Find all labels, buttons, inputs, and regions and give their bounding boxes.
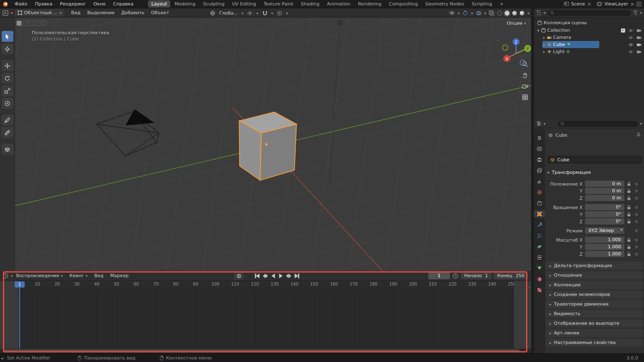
constraints-tab[interactable]	[534, 254, 545, 261]
object-visibility-icon[interactable]	[449, 11, 455, 15]
select-box-tool[interactable]	[2, 31, 13, 42]
cube-object[interactable]	[239, 112, 296, 180]
render-visibility-icon[interactable]	[636, 36, 641, 39]
select-mode-intersect[interactable]	[41, 20, 47, 26]
filter-funnel-icon[interactable]	[633, 10, 638, 15]
menu-object[interactable]: Объект	[148, 10, 172, 15]
tab-geometry-nodes[interactable]: Geometry Nodes	[422, 0, 468, 8]
rotation-z-input[interactable]: 0°	[585, 218, 624, 224]
tab-texture-paint[interactable]: Texture Paint	[260, 0, 296, 8]
world-tab[interactable]	[534, 189, 545, 196]
playback-menu[interactable]: Воспроизведение	[13, 273, 66, 278]
select-mode-set[interactable]	[16, 20, 22, 26]
section-motion-paths[interactable]: Траектории движения	[546, 300, 643, 308]
keying-menu[interactable]: Кеинг	[66, 273, 91, 278]
visibility-chevron-icon[interactable]	[458, 10, 460, 16]
mode-dropdown[interactable]: Объектный ...	[15, 9, 65, 16]
transform-tool[interactable]	[2, 98, 13, 109]
auto-keying-button[interactable]	[234, 273, 243, 280]
collection-properties-tab[interactable]	[534, 199, 545, 206]
playhead-frame-chip[interactable]: 1	[15, 281, 25, 288]
tab-scripting[interactable]: Scripting	[468, 0, 496, 8]
menu-edit[interactable]: Правка	[31, 1, 56, 7]
measure-tool[interactable]	[2, 127, 13, 138]
scale-x-input[interactable]: 1.000	[585, 237, 624, 243]
scene-browse-icon[interactable]	[564, 2, 569, 6]
breadcrumb-object-name[interactable]: Cube	[555, 133, 567, 138]
tab-compositing[interactable]: Compositing	[386, 0, 421, 8]
overlays-chevron-icon[interactable]	[484, 10, 486, 16]
outliner-options-chevron-icon[interactable]	[640, 10, 642, 15]
marker-menu[interactable]: Маркер	[107, 273, 132, 278]
clock-icon[interactable]	[452, 273, 458, 279]
jump-to-end-button[interactable]	[294, 273, 300, 279]
menu-help[interactable]: Справка	[110, 1, 137, 7]
location-z-input[interactable]: 0 m	[585, 195, 624, 201]
outliner-editor-type-icon[interactable]	[536, 10, 542, 15]
lock-icon[interactable]	[627, 219, 631, 224]
shading-chevron-icon[interactable]	[527, 10, 529, 16]
orientation-label[interactable]: Глоба...	[219, 10, 238, 16]
ortho-toggle-control[interactable]	[520, 92, 529, 102]
lock-icon[interactable]	[627, 181, 631, 186]
tab-layout[interactable]: Layout	[148, 0, 170, 8]
outliner-editor-chevron-icon[interactable]	[544, 10, 546, 15]
view-layer-tab[interactable]	[534, 167, 545, 174]
orientation-chevron-icon[interactable]	[241, 10, 243, 16]
lock-icon[interactable]	[627, 212, 631, 217]
section-relations[interactable]: Отношения	[546, 271, 643, 279]
playhead[interactable]	[19, 282, 20, 349]
properties-editor-chevron-icon[interactable]	[544, 121, 546, 126]
play-button[interactable]	[278, 273, 284, 279]
animate-toggle[interactable]	[635, 253, 638, 255]
render-visibility-icon[interactable]	[636, 50, 641, 54]
tab-modeling[interactable]: Modeling	[171, 0, 199, 8]
expand-arrow-icon[interactable]	[543, 49, 545, 54]
section-delta-transform[interactable]: Дельта-трансформация	[546, 262, 643, 270]
timeline-editor-type-icon[interactable]	[0, 273, 11, 279]
render-tab[interactable]	[534, 145, 545, 152]
gizmos-icon[interactable]	[463, 10, 468, 16]
rotation-mode-dropdown[interactable]: XYZ Эйлер	[585, 227, 624, 234]
render-visibility-icon[interactable]	[636, 28, 641, 32]
animate-toggle[interactable]	[635, 220, 638, 223]
camera-object[interactable]	[97, 109, 159, 156]
animate-toggle[interactable]	[635, 213, 638, 216]
object-tab[interactable]	[534, 210, 545, 217]
timeline-track[interactable]	[0, 288, 531, 349]
timeline-view-menu[interactable]: Вид	[91, 273, 107, 278]
expand-arrow-icon[interactable]	[537, 28, 539, 33]
scene-tab[interactable]	[534, 178, 545, 185]
collection-checkbox[interactable]	[621, 28, 625, 33]
viewlayer-remove-icon[interactable]	[630, 1, 634, 7]
falloff-chevron-icon[interactable]	[286, 10, 288, 16]
texture-tab[interactable]	[534, 286, 545, 293]
lock-icon[interactable]	[627, 237, 631, 242]
xray-toggle-icon[interactable]	[489, 10, 494, 16]
rotation-y-input[interactable]: 0°	[585, 211, 624, 217]
prev-keyframe-button[interactable]	[262, 273, 268, 279]
editor-type-icon[interactable]	[0, 10, 11, 16]
menu-file[interactable]: Файл	[11, 1, 31, 7]
scale-tool[interactable]	[2, 85, 13, 96]
modifiers-tab[interactable]	[534, 221, 545, 228]
tab-rendering[interactable]: Rendering	[355, 0, 385, 8]
viewport-3d[interactable]: Опции Пользовательская перспектива (1) C…	[15, 18, 531, 271]
shading-rendered-icon[interactable]	[520, 11, 524, 15]
current-frame-field[interactable]: 1	[428, 272, 450, 279]
select-mode-extend[interactable]	[23, 20, 28, 26]
viewlayer-name[interactable]: ViewLayer	[604, 1, 628, 7]
select-mode-invert[interactable]	[35, 20, 41, 26]
tool-tab[interactable]	[534, 134, 545, 141]
animate-toggle[interactable]	[635, 183, 638, 185]
animate-toggle[interactable]	[635, 246, 638, 248]
outliner-search-input[interactable]	[548, 10, 631, 16]
snap-chevron-icon[interactable]	[271, 10, 273, 16]
gizmo-neg-y-axis[interactable]	[503, 45, 508, 51]
section-line-art[interactable]: Арт-линии	[546, 329, 643, 337]
proportional-editing-icon[interactable]	[277, 10, 282, 16]
outliner-row-camera[interactable]: Camera	[534, 34, 644, 41]
pan-control[interactable]	[520, 71, 529, 80]
object-name-field[interactable]: Cube	[547, 156, 642, 163]
lock-icon[interactable]	[627, 189, 631, 194]
